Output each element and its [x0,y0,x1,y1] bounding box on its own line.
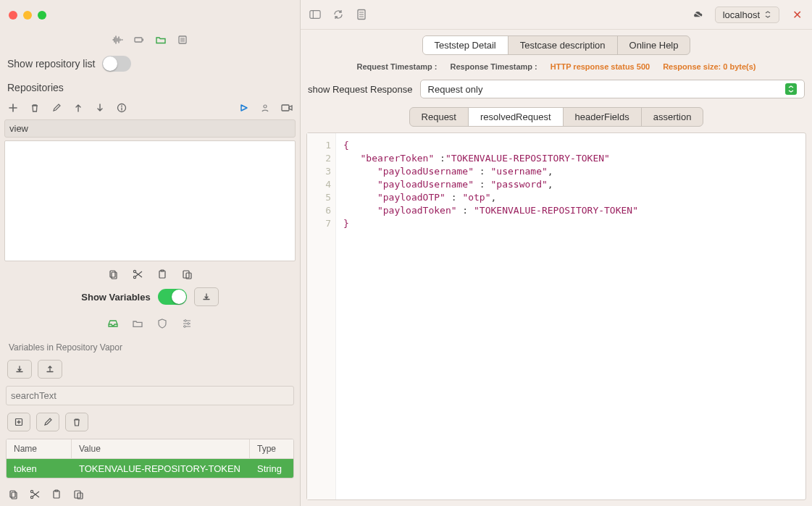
svg-point-16 [188,323,190,325]
svg-point-21 [30,490,33,492]
inbox-icon[interactable] [107,318,119,329]
scissors2-icon[interactable] [29,489,41,500]
show-req-resp-label: show Request Response [308,84,413,95]
info-icon[interactable] [116,102,127,114]
line-gutter: 1 2 3 4 5 6 7 [307,133,336,499]
svg-point-9 [133,270,135,272]
show-vars-label: Show Variables [81,292,150,303]
tab-teststep-detail[interactable]: Teststep Detail [423,36,508,54]
svg-point-15 [185,320,187,322]
arrow-up-icon[interactable] [72,102,84,114]
left-panel: Show repository list Repositories view S… [0,0,301,506]
body-tabs: Request resolvedRequest headerFields ass… [301,106,812,132]
cloud-off-icon[interactable] [692,9,703,20]
repositories-label: Repositories [0,76,300,99]
mid-icons [0,261,300,284]
delete-var-button[interactable] [65,413,88,431]
paste-icon[interactable] [181,269,193,280]
tab-testcase-description[interactable]: Testcase description [508,36,618,54]
close-icon[interactable]: ✕ [791,8,803,22]
response-size: Response size: 0 byte(s) [663,62,756,71]
tab-request[interactable]: Request [410,108,469,126]
tab-online-help[interactable]: Online Help [618,36,690,54]
tab-header-fields[interactable]: headerFields [564,108,642,126]
col-name[interactable]: Name [7,439,72,458]
show-vars-toggle[interactable] [158,289,187,305]
arrow-down-icon[interactable] [94,102,106,114]
folder-icon[interactable] [155,34,167,46]
scissors-icon[interactable] [132,269,143,280]
show-vars-row: Show Variables [0,284,300,312]
import-export-buttons [0,357,300,381]
waveform-icon[interactable] [112,34,123,46]
repo-tree[interactable] [4,140,296,261]
view-field[interactable]: view [4,119,296,138]
sidebar-toggle-icon[interactable] [309,9,321,20]
svg-point-4 [121,106,122,107]
host-select[interactable]: localhost [715,7,779,23]
import-button[interactable] [7,360,32,379]
trash-icon[interactable] [29,102,41,114]
folder-open-icon[interactable] [132,318,143,329]
export2-button[interactable] [38,360,62,379]
request-response-value: Request only [428,84,483,95]
col-type[interactable]: Type [250,439,293,458]
col-value[interactable]: Value [72,439,250,458]
copy2-icon[interactable] [7,489,19,500]
detail-tabs: Teststep Detail Testcase description Onl… [301,30,812,61]
pencil-icon[interactable] [51,102,62,114]
sync-icon[interactable] [332,9,344,20]
tab-assertion[interactable]: assertion [642,108,703,126]
request-response-row: show Request Response Request only [301,77,812,106]
svg-rect-27 [310,11,320,19]
clipboard-copy-icon[interactable] [107,269,119,280]
battery-icon[interactable] [133,34,145,46]
cell-name: token [7,459,72,478]
add-icon[interactable] [7,102,19,114]
svg-point-10 [133,276,135,278]
code-body: { "bearerToken" :"TOKENVALUE-REPOSITORY-… [336,133,805,499]
minimize-window-dot[interactable] [23,11,32,20]
svg-rect-8 [112,272,117,279]
right-toolbar: localhost ✕ [301,0,812,30]
host-value: localhost [723,9,760,20]
show-repo-label: Show repository list [7,58,95,69]
show-repo-toggle[interactable] [102,56,131,72]
repo-toolbar [0,99,300,117]
window-traffic-lights [0,0,300,30]
shield-icon[interactable] [156,318,168,329]
show-repo-row: Show repository list [0,51,300,76]
clipboard2-icon[interactable] [51,489,62,500]
table-header: Name Value Type [7,439,293,459]
http-status: HTTP response status 500 [551,62,650,71]
code-editor[interactable]: 1 2 3 4 5 6 7 { "bearerToken" :"TOKENVAL… [306,132,806,500]
sliders-icon[interactable] [181,318,193,329]
export-button[interactable] [194,287,219,306]
person-icon[interactable] [259,102,271,114]
search-input[interactable] [6,386,294,405]
svg-point-22 [30,496,33,498]
clipboard-icon[interactable] [156,269,168,280]
list-icon[interactable] [177,34,188,46]
svg-point-5 [264,105,267,108]
variables-table: Name Value Type token TOKENVALUE-REPOSIT… [6,439,294,478]
paste2-icon[interactable] [72,489,84,500]
add-var-button[interactable] [7,413,30,431]
status-row: Request Timestamp : Response Timestamp :… [301,61,812,77]
edit-var-button[interactable] [36,413,59,431]
right-panel: localhost ✕ Teststep Detail Testcase des… [301,0,812,506]
zoom-window-dot[interactable] [38,11,46,20]
doc-icon[interactable] [356,9,367,20]
svg-point-17 [184,326,186,328]
play-icon[interactable] [238,102,249,114]
svg-rect-6 [282,105,289,111]
cell-type: String [250,459,293,478]
tab-resolved-request[interactable]: resolvedRequest [469,108,564,126]
svg-rect-19 [10,491,15,497]
close-window-dot[interactable] [9,11,17,20]
table-row[interactable]: token TOKENVALUE-REPOSITORY-TOKEN String [7,459,293,478]
search-row [6,386,294,405]
request-response-select[interactable]: Request only [420,80,805,98]
variables-in-label: Variables in Repository Vapor [0,338,300,357]
record-icon[interactable] [281,102,293,114]
